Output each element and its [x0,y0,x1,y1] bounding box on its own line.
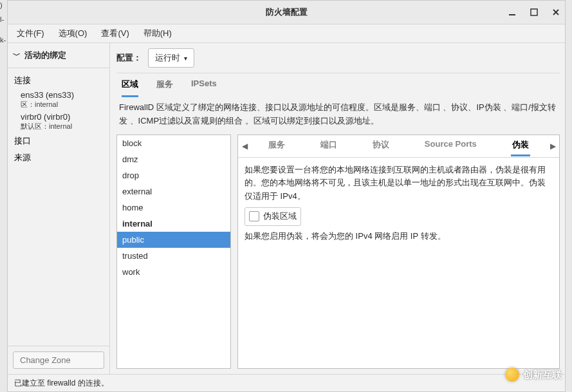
sidebar-group-interfaces: 接口 [8,133,109,149]
tab-service[interactable]: 服务 [156,73,173,97]
zone-item-external[interactable]: external [117,183,230,200]
sidebar-group-sources: 来源 [8,149,109,166]
connection-item[interactable]: ens33 (ens33) 区：internal [8,89,109,111]
firewall-config-window: 防火墙配置 文件(F) 选项(O) 查看(V) 帮助(H) ﹀ 活动的绑定 连接… [7,0,566,392]
connection-name: ens33 (ens33) [21,90,103,100]
masquerade-description: 如果您要设置一台将您的本地网络连接到互联网的主机或者路由器，伪装是很有用的。您的… [244,163,553,203]
tab-ipsets[interactable]: IPSets [191,73,217,97]
svg-rect-0 [509,14,515,15]
connection-item[interactable]: virbr0 (virbr0) 默认区：internal [8,111,109,133]
chevron-down-icon: ﹀ [13,50,21,61]
zone-description: FirewallD 区域定义了绑定的网络连接、接口以及源地址的可信程度。区域是服… [116,97,560,135]
close-button[interactable] [551,7,561,17]
sidebar: ﹀ 活动的绑定 连接 ens33 (ens33) 区：internal virb… [8,43,110,374]
status-bar: 已建立至 firewalld 的连接。 [8,374,565,391]
zone-detail-panel: ◀ 服务 端口 协议 Source Ports 伪装 ▶ 如果您要设置一台将您的… [237,135,560,369]
config-select[interactable]: 运行时 ▾ [148,48,194,68]
sidebar-header[interactable]: ﹀ 活动的绑定 [8,43,109,68]
masquerade-checkbox-label: 伪装区域 [263,210,297,223]
subtab-protocol[interactable]: 协议 [371,135,391,156]
cutoff-a: ) [0,1,6,9]
masquerade-checkbox-row[interactable]: 伪装区域 [244,207,301,226]
zone-item-internal[interactable]: internal [117,216,230,232]
tab-scroll-right[interactable]: ▶ [546,142,559,151]
zone-list[interactable]: blockdmzdropexternalhomeinternalpublictr… [116,135,231,369]
subtab-masquerade[interactable]: 伪装 [511,135,530,156]
subtab-port[interactable]: 端口 [319,135,338,156]
tab-scroll-left[interactable]: ◀ [238,142,251,151]
menu-file[interactable]: 文件(F) [14,26,47,41]
connection-zone: 默认区：internal [21,122,103,131]
brand-icon [505,368,519,382]
config-label: 配置： [116,52,142,64]
titlebar[interactable]: 防火墙配置 [8,1,565,24]
maximize-button[interactable] [529,7,539,17]
zone-item-dmz[interactable]: dmz [117,151,230,167]
zone-item-trusted[interactable]: trusted [117,248,230,264]
top-tabs: 区域 服务 IPSets [116,73,560,97]
menu-options[interactable]: 选项(O) [56,26,90,41]
subtab-service[interactable]: 服务 [267,135,286,156]
window-title: 防火墙配置 [8,6,565,18]
menu-help[interactable]: 帮助(H) [141,26,174,41]
cutoff-c: k- [0,36,6,44]
menubar: 文件(F) 选项(O) 查看(V) 帮助(H) [8,24,565,43]
subtab-source-ports[interactable]: Source Ports [423,135,478,156]
tab-zone[interactable]: 区域 [122,73,138,97]
config-value: 运行时 [155,52,180,64]
menu-view[interactable]: 查看(V) [98,26,131,41]
connection-zone: 区：internal [21,100,103,109]
svg-rect-1 [531,9,537,15]
watermark: 创新互联 [505,368,562,382]
zone-item-block[interactable]: block [117,135,230,151]
chevron-down-icon: ▾ [184,55,187,62]
zone-item-work[interactable]: work [117,264,230,280]
minimize-button[interactable] [507,7,517,17]
zone-item-drop[interactable]: drop [117,167,230,183]
change-zone-button[interactable]: Change Zone [13,351,104,369]
brand-text: 创新互联 [523,369,562,381]
checkbox-icon[interactable] [249,211,259,221]
masquerade-note: 如果您启用伪装，将会为您的 IPv4 网络启用 IP 转发。 [244,230,553,243]
sidebar-header-label: 活动的绑定 [24,50,66,61]
sidebar-group-connections: 连接 [8,72,109,89]
zone-item-home[interactable]: home [117,200,230,216]
connection-name: virbr0 (virbr0) [21,112,103,122]
zone-item-public[interactable]: public [117,232,230,248]
cutoff-b: l- [0,15,6,23]
